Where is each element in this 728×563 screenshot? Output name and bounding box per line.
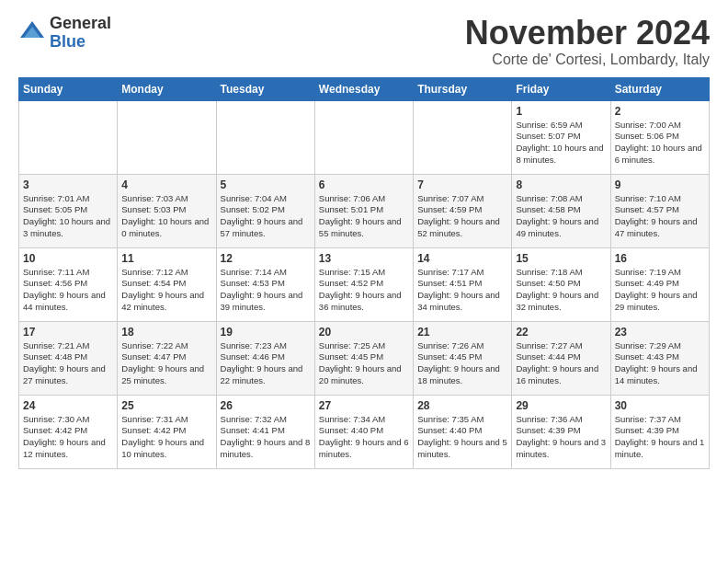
day-number: 15 (516, 252, 606, 265)
calendar-cell: 4Sunrise: 7:03 AM Sunset: 5:03 PM Daylig… (118, 174, 216, 247)
calendar-cell: 1Sunrise: 6:59 AM Sunset: 5:07 PM Daylig… (512, 100, 610, 174)
calendar-cell (19, 100, 118, 174)
day-number: 6 (319, 178, 409, 191)
calendar-cell: 16Sunrise: 7:19 AM Sunset: 4:49 PM Dayli… (610, 247, 709, 321)
calendar-cell (216, 100, 314, 174)
day-info: Sunrise: 7:11 AM Sunset: 4:56 PM Dayligh… (23, 267, 113, 314)
calendar-week-row: 1Sunrise: 6:59 AM Sunset: 5:07 PM Daylig… (19, 100, 710, 174)
page: General Blue November 2024 Corte de' Cor… (0, 0, 728, 478)
location: Corte de' Cortesi, Lombardy, Italy (465, 52, 710, 68)
day-info: Sunrise: 7:14 AM Sunset: 4:53 PM Dayligh… (221, 267, 311, 314)
calendar-cell: 24Sunrise: 7:30 AM Sunset: 4:42 PM Dayli… (19, 395, 118, 468)
day-number: 28 (417, 399, 507, 412)
day-info: Sunrise: 7:37 AM Sunset: 4:39 PM Dayligh… (615, 414, 705, 461)
calendar-cell: 15Sunrise: 7:18 AM Sunset: 4:50 PM Dayli… (512, 247, 610, 321)
day-number: 23 (615, 326, 705, 339)
day-number: 10 (23, 252, 113, 265)
day-info: Sunrise: 7:32 AM Sunset: 4:41 PM Dayligh… (221, 414, 311, 461)
day-info: Sunrise: 7:34 AM Sunset: 4:40 PM Dayligh… (319, 414, 409, 461)
calendar-week-row: 24Sunrise: 7:30 AM Sunset: 4:42 PM Dayli… (19, 395, 710, 468)
calendar-cell: 6Sunrise: 7:06 AM Sunset: 5:01 PM Daylig… (314, 174, 413, 247)
day-info: Sunrise: 7:00 AM Sunset: 5:06 PM Dayligh… (615, 120, 705, 167)
day-number: 30 (615, 399, 705, 412)
calendar-cell: 12Sunrise: 7:14 AM Sunset: 4:53 PM Dayli… (216, 247, 314, 321)
calendar-table: Sunday Monday Tuesday Wednesday Thursday… (18, 77, 710, 469)
day-number: 24 (23, 399, 113, 412)
header-wednesday: Wednesday (314, 77, 413, 100)
calendar-week-row: 3Sunrise: 7:01 AM Sunset: 5:05 PM Daylig… (19, 174, 710, 247)
calendar-cell: 23Sunrise: 7:29 AM Sunset: 4:43 PM Dayli… (610, 321, 709, 395)
logo-blue-text: Blue (50, 32, 85, 51)
calendar-cell: 5Sunrise: 7:04 AM Sunset: 5:02 PM Daylig… (216, 174, 314, 247)
day-number: 25 (121, 399, 211, 412)
calendar-cell (118, 100, 216, 174)
day-info: Sunrise: 7:25 AM Sunset: 4:45 PM Dayligh… (319, 340, 409, 387)
day-info: Sunrise: 7:01 AM Sunset: 5:05 PM Dayligh… (23, 193, 113, 240)
calendar-cell (314, 100, 413, 174)
day-info: Sunrise: 7:10 AM Sunset: 4:57 PM Dayligh… (615, 193, 705, 240)
day-info: Sunrise: 6:59 AM Sunset: 5:07 PM Dayligh… (516, 120, 606, 167)
day-number: 27 (319, 399, 409, 412)
calendar-cell: 14Sunrise: 7:17 AM Sunset: 4:51 PM Dayli… (414, 247, 512, 321)
header-thursday: Thursday (414, 77, 512, 100)
calendar-cell: 2Sunrise: 7:00 AM Sunset: 5:06 PM Daylig… (610, 100, 709, 174)
header-saturday: Saturday (610, 77, 709, 100)
day-info: Sunrise: 7:18 AM Sunset: 4:50 PM Dayligh… (516, 267, 606, 314)
day-number: 17 (23, 326, 113, 339)
day-number: 11 (121, 252, 211, 265)
calendar-cell: 11Sunrise: 7:12 AM Sunset: 4:54 PM Dayli… (118, 247, 216, 321)
calendar-cell: 21Sunrise: 7:26 AM Sunset: 4:45 PM Dayli… (414, 321, 512, 395)
day-number: 8 (516, 178, 606, 191)
header-tuesday: Tuesday (216, 77, 314, 100)
day-info: Sunrise: 7:15 AM Sunset: 4:52 PM Dayligh… (319, 267, 409, 314)
calendar-cell: 10Sunrise: 7:11 AM Sunset: 4:56 PM Dayli… (19, 247, 118, 321)
calendar-cell: 29Sunrise: 7:36 AM Sunset: 4:39 PM Dayli… (512, 395, 610, 468)
calendar-cell: 20Sunrise: 7:25 AM Sunset: 4:45 PM Dayli… (314, 321, 413, 395)
logo: General Blue (18, 15, 111, 52)
day-number: 2 (615, 105, 705, 118)
day-info: Sunrise: 7:36 AM Sunset: 4:39 PM Dayligh… (516, 414, 606, 461)
title-area: November 2024 Corte de' Cortesi, Lombard… (465, 15, 710, 68)
day-info: Sunrise: 7:22 AM Sunset: 4:47 PM Dayligh… (121, 340, 211, 387)
day-info: Sunrise: 7:06 AM Sunset: 5:01 PM Dayligh… (319, 193, 409, 240)
day-info: Sunrise: 7:04 AM Sunset: 5:02 PM Dayligh… (221, 193, 311, 240)
day-number: 29 (516, 399, 606, 412)
month-title: November 2024 (465, 15, 710, 52)
day-info: Sunrise: 7:21 AM Sunset: 4:48 PM Dayligh… (23, 340, 113, 387)
day-number: 13 (319, 252, 409, 265)
day-number: 18 (121, 326, 211, 339)
day-info: Sunrise: 7:23 AM Sunset: 4:46 PM Dayligh… (221, 340, 311, 387)
day-info: Sunrise: 7:29 AM Sunset: 4:43 PM Dayligh… (615, 340, 705, 387)
header-sunday: Sunday (19, 77, 118, 100)
calendar-cell: 8Sunrise: 7:08 AM Sunset: 4:58 PM Daylig… (512, 174, 610, 247)
day-number: 4 (121, 178, 211, 191)
calendar-cell (414, 100, 512, 174)
calendar-week-row: 17Sunrise: 7:21 AM Sunset: 4:48 PM Dayli… (19, 321, 710, 395)
header-friday: Friday (512, 77, 610, 100)
day-info: Sunrise: 7:03 AM Sunset: 5:03 PM Dayligh… (121, 193, 211, 240)
calendar-cell: 22Sunrise: 7:27 AM Sunset: 4:44 PM Dayli… (512, 321, 610, 395)
calendar-cell: 9Sunrise: 7:10 AM Sunset: 4:57 PM Daylig… (610, 174, 709, 247)
day-info: Sunrise: 7:31 AM Sunset: 4:42 PM Dayligh… (121, 414, 211, 461)
calendar-cell: 3Sunrise: 7:01 AM Sunset: 5:05 PM Daylig… (19, 174, 118, 247)
day-number: 21 (417, 326, 507, 339)
calendar-cell: 17Sunrise: 7:21 AM Sunset: 4:48 PM Dayli… (19, 321, 118, 395)
day-number: 20 (319, 326, 409, 339)
calendar-cell: 19Sunrise: 7:23 AM Sunset: 4:46 PM Dayli… (216, 321, 314, 395)
header-area: General Blue November 2024 Corte de' Cor… (18, 15, 710, 68)
day-number: 7 (417, 178, 507, 191)
calendar-cell: 30Sunrise: 7:37 AM Sunset: 4:39 PM Dayli… (610, 395, 709, 468)
day-info: Sunrise: 7:08 AM Sunset: 4:58 PM Dayligh… (516, 193, 606, 240)
calendar-cell: 25Sunrise: 7:31 AM Sunset: 4:42 PM Dayli… (118, 395, 216, 468)
calendar-week-row: 10Sunrise: 7:11 AM Sunset: 4:56 PM Dayli… (19, 247, 710, 321)
calendar-cell: 28Sunrise: 7:35 AM Sunset: 4:40 PM Dayli… (414, 395, 512, 468)
day-number: 9 (615, 178, 705, 191)
calendar-cell: 27Sunrise: 7:34 AM Sunset: 4:40 PM Dayli… (314, 395, 413, 468)
day-number: 16 (615, 252, 705, 265)
day-info: Sunrise: 7:19 AM Sunset: 4:49 PM Dayligh… (615, 267, 705, 314)
calendar-cell: 18Sunrise: 7:22 AM Sunset: 4:47 PM Dayli… (118, 321, 216, 395)
day-number: 22 (516, 326, 606, 339)
day-number: 3 (23, 178, 113, 191)
day-info: Sunrise: 7:12 AM Sunset: 4:54 PM Dayligh… (121, 267, 211, 314)
day-number: 12 (221, 252, 311, 265)
